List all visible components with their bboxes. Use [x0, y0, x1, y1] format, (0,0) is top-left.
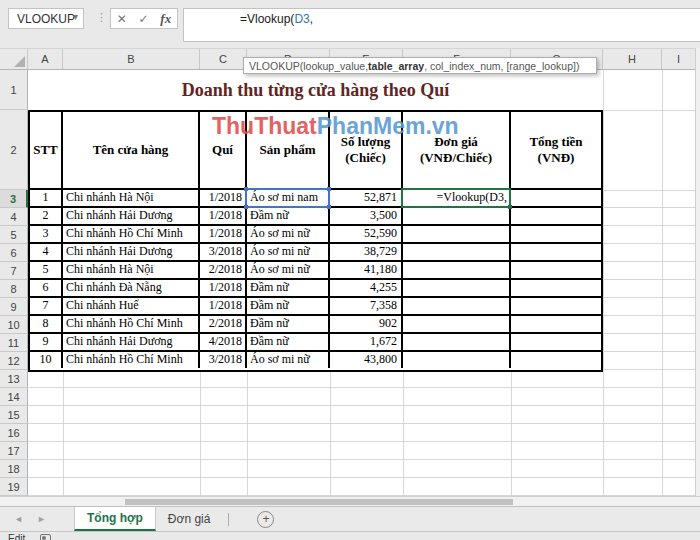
- row-header[interactable]: 18: [0, 460, 28, 478]
- row-header[interactable]: 2: [0, 110, 28, 190]
- insert-function-icon[interactable]: fx: [160, 11, 171, 27]
- cell-stt[interactable]: 2: [30, 208, 63, 226]
- title-cell[interactable]: Doanh thu từng cửa hàng theo Quí: [28, 70, 603, 110]
- column-header[interactable]: I: [662, 49, 695, 69]
- cell-total[interactable]: [511, 244, 601, 262]
- cell-total[interactable]: [511, 352, 601, 368]
- table-header-cell[interactable]: Tổng tiền (VNĐ): [511, 112, 601, 190]
- cell-product[interactable]: Áo sơ mi nữ: [247, 244, 330, 262]
- cell-quarter[interactable]: 1/2018: [200, 226, 247, 244]
- cell-quantity[interactable]: 4,255: [330, 280, 403, 298]
- column-header[interactable]: C: [200, 49, 247, 69]
- cell-quarter[interactable]: 1/2018: [200, 208, 247, 226]
- cell-stt[interactable]: 7: [30, 298, 63, 316]
- row-header[interactable]: 9: [0, 298, 28, 316]
- cell-total[interactable]: [511, 262, 601, 280]
- cell-quarter[interactable]: 2/2018: [200, 316, 247, 334]
- cell-product[interactable]: Đầm nữ: [247, 334, 330, 352]
- name-box-caret-icon[interactable]: ▾: [73, 11, 78, 22]
- cell-total[interactable]: [511, 226, 601, 244]
- cell-store[interactable]: Chi nhánh Hồ Chí Minh: [63, 226, 200, 244]
- cell-store[interactable]: Chi nhánh Đà Nẵng: [63, 280, 200, 298]
- prev-sheet-icon[interactable]: ◄: [14, 514, 23, 524]
- cell-total[interactable]: [511, 334, 601, 352]
- vertical-scrollbar[interactable]: [695, 48, 700, 496]
- cell-quantity[interactable]: 1,672: [330, 334, 403, 352]
- row-header[interactable]: 14: [0, 388, 28, 406]
- cell-product[interactable]: Đầm nữ: [247, 316, 330, 334]
- cell-quantity[interactable]: 38,729: [330, 244, 403, 262]
- cell-stt[interactable]: 6: [30, 280, 63, 298]
- cell-stt[interactable]: 8: [30, 316, 63, 334]
- cell-unit-price[interactable]: [403, 262, 511, 280]
- cell-unit-price[interactable]: [403, 298, 511, 316]
- cell-total[interactable]: [511, 316, 601, 334]
- row-header[interactable]: 13: [0, 370, 28, 388]
- row-header[interactable]: 5: [0, 226, 28, 244]
- cell-store[interactable]: Chi nhánh Hải Dương: [63, 208, 200, 226]
- formula-bar-input[interactable]: =Vlookup(D3,: [183, 8, 700, 42]
- cell-quarter[interactable]: 3/2018: [200, 352, 247, 368]
- cell-stt[interactable]: 4: [30, 244, 63, 262]
- next-sheet-icon[interactable]: ►: [37, 514, 46, 524]
- cell-unit-price[interactable]: [403, 334, 511, 352]
- name-box[interactable]: VLOOKUP ▾: [8, 8, 84, 29]
- cell-store[interactable]: Chi nhánh Hồ Chí Minh: [63, 352, 200, 368]
- cell-quantity[interactable]: 902: [330, 316, 403, 334]
- sheet-tab-tong-hop[interactable]: Tổng hợp: [74, 507, 156, 531]
- row-header[interactable]: 11: [0, 334, 28, 352]
- cell-product[interactable]: Đầm nữ: [247, 280, 330, 298]
- cell-unit-price[interactable]: [403, 316, 511, 334]
- sheet-grid[interactable]: Doanh thu từng cửa hàng theo Quí STT Tên…: [28, 70, 695, 496]
- cell-quarter[interactable]: 4/2018: [200, 334, 247, 352]
- cell-product[interactable]: Áo sơ mi nữ: [247, 262, 330, 280]
- row-header[interactable]: 4: [0, 208, 28, 226]
- column-header[interactable]: A: [28, 49, 63, 69]
- cell-product[interactable]: Đầm nữ: [247, 298, 330, 316]
- cell-product[interactable]: Áo sơ mi nữ: [247, 352, 330, 368]
- select-all-corner[interactable]: [0, 49, 28, 69]
- cell-store[interactable]: Chi nhánh Hà Nội: [63, 262, 200, 280]
- row-header[interactable]: 17: [0, 442, 28, 460]
- cell-quantity[interactable]: 52,590: [330, 226, 403, 244]
- cell-stt[interactable]: 10: [30, 352, 63, 368]
- cell-unit-price[interactable]: [403, 208, 511, 226]
- cell-store[interactable]: Chi nhánh Hải Dương: [63, 244, 200, 262]
- column-header[interactable]: B: [63, 49, 200, 69]
- cell-total[interactable]: [511, 190, 601, 208]
- cell-quantity[interactable]: 41,180: [330, 262, 403, 280]
- table-header-cell[interactable]: Tên cửa hàng: [63, 112, 200, 190]
- column-header[interactable]: H: [603, 49, 662, 69]
- cell-quarter[interactable]: 2/2018: [200, 262, 247, 280]
- horizontal-scrollbar-thumb[interactable]: [125, 499, 513, 505]
- cell-unit-price[interactable]: [403, 244, 511, 262]
- cell-store[interactable]: Chi nhánh Hồ Chí Minh: [63, 316, 200, 334]
- cell-stt[interactable]: 3: [30, 226, 63, 244]
- cell-unit-price[interactable]: [403, 280, 511, 298]
- row-header[interactable]: 19: [0, 478, 28, 496]
- row-header[interactable]: 7: [0, 262, 28, 280]
- row-header[interactable]: 3: [0, 190, 28, 208]
- cell-product[interactable]: Đầm nữ: [247, 208, 330, 226]
- cell-quantity[interactable]: 3,500: [330, 208, 403, 226]
- cell-quantity[interactable]: 43,800: [330, 352, 403, 368]
- cell-quarter[interactable]: 1/2018: [200, 190, 247, 208]
- cancel-icon[interactable]: ✕: [117, 13, 127, 25]
- cell-unit-price[interactable]: [403, 352, 511, 368]
- cell-quantity[interactable]: 52,871: [330, 190, 403, 208]
- cell-total[interactable]: [511, 298, 601, 316]
- cell-quarter[interactable]: 1/2018: [200, 280, 247, 298]
- cell-stt[interactable]: 1: [30, 190, 63, 208]
- cell-total[interactable]: [511, 208, 601, 226]
- cell-stt[interactable]: 5: [30, 262, 63, 280]
- row-header[interactable]: 12: [0, 352, 28, 370]
- cell-stt[interactable]: 9: [30, 334, 63, 352]
- row-header[interactable]: 10: [0, 316, 28, 334]
- macro-record-icon[interactable]: [40, 534, 51, 540]
- cell-quarter[interactable]: 3/2018: [200, 244, 247, 262]
- cell-store[interactable]: Chi nhánh Hải Dương: [63, 334, 200, 352]
- row-header[interactable]: 6: [0, 244, 28, 262]
- cell-unit-price[interactable]: [403, 226, 511, 244]
- cell-total[interactable]: [511, 280, 601, 298]
- sheet-tab-don-gia[interactable]: Đơn giá: [156, 507, 223, 531]
